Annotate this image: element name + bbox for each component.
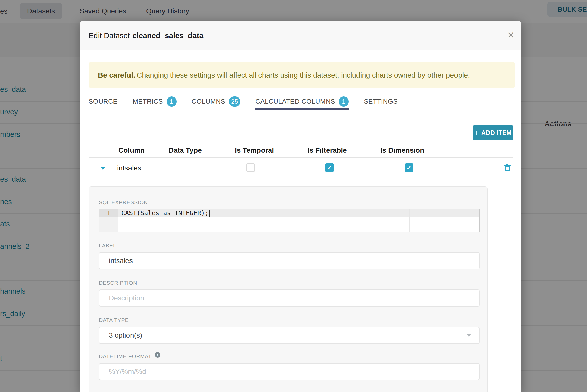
collapse-row-caret-icon[interactable]	[100, 167, 105, 170]
column-header-is-dimension: Is Dimension	[380, 146, 424, 155]
warning-banner-text: Be careful.Changing these settings will …	[98, 62, 470, 88]
column-header-is-filterable: Is Filterable	[308, 146, 347, 155]
column-header-is-temporal: Is Temporal	[235, 146, 274, 155]
tab-calculated-columns[interactable]: CALCULATED COLUMNS1	[255, 93, 349, 110]
modal-title-dataset-name: cleaned_sales_data	[132, 31, 203, 40]
tab-badge: 1	[339, 96, 349, 107]
editor-print-margin	[409, 209, 410, 232]
column-header-column: Column	[118, 146, 145, 155]
sql-expression-editor[interactable]: 1 CAST(Sales as INTEGER);	[99, 209, 480, 232]
check-icon: ✓	[406, 164, 412, 171]
warning-banner: Be careful.Changing these settings will …	[89, 62, 515, 88]
close-icon[interactable]: ✕	[507, 21, 515, 50]
header-divider	[89, 157, 513, 158]
datasets-page: es Datasets Saved Queries Query History …	[0, 0, 587, 392]
plus-icon: +	[474, 129, 479, 137]
editor-line-number: 1	[99, 209, 118, 217]
description-input[interactable]: Description	[99, 289, 480, 307]
warning-banner-bold: Be careful.	[98, 71, 135, 79]
data-type-label: DATA TYPE	[99, 317, 129, 323]
warning-banner-rest: Changing these settings will affect all …	[137, 71, 470, 79]
tab-source[interactable]: SOURCE	[89, 93, 117, 110]
description-label: DESCRIPTION	[99, 280, 137, 286]
label-label: LABEL	[99, 243, 116, 249]
check-icon: ✓	[327, 164, 332, 171]
tab-settings[interactable]: SETTINGS	[364, 93, 398, 110]
datetime-format-label: DATETIME FORMAT	[99, 353, 152, 360]
text-cursor	[209, 210, 210, 217]
data-type-select[interactable]: 3 option(s)	[99, 327, 480, 344]
modal-title-prefix: Edit Dataset	[89, 31, 130, 40]
calculated-column-name: intsales	[117, 164, 141, 172]
datetime-format-input[interactable]: %Y/%m/%d	[99, 363, 480, 380]
tab-metrics[interactable]: METRICS1	[133, 93, 177, 110]
sql-expression-label: SQL EXPRESSION	[99, 199, 148, 205]
add-item-button[interactable]: + ADD ITEM	[473, 125, 513, 140]
is-filterable-checkbox[interactable]: ✓	[325, 163, 334, 172]
row-divider	[89, 177, 513, 177]
label-input[interactable]: intsales	[99, 252, 480, 269]
tab-columns[interactable]: COLUMNS25	[192, 93, 240, 110]
is-dimension-checkbox[interactable]: ✓	[405, 163, 413, 172]
is-temporal-checkbox[interactable]: ✓	[246, 163, 255, 172]
tab-badge: 1	[167, 96, 177, 107]
edit-dataset-modal: Edit Datasetcleaned_sales_data ✕ Be care…	[80, 21, 521, 392]
column-header-data-type: Data Type	[169, 146, 202, 155]
calculated-column-detail-panel: SQL EXPRESSION 1 CAST(Sales as INTEGER);…	[89, 186, 488, 392]
info-icon[interactable]: i	[155, 352, 160, 358]
chevron-down-icon[interactable]	[467, 334, 471, 337]
modal-tab-bar: SOURCE METRICS1 COLUMNS25 CALCULATED COL…	[89, 93, 513, 110]
tab-badge: 25	[229, 96, 240, 107]
sql-code-line: CAST(Sales as INTEGER);	[121, 209, 210, 217]
modal-title: Edit Datasetcleaned_sales_data	[89, 21, 203, 50]
trash-icon[interactable]	[504, 164, 511, 171]
modal-header: Edit Datasetcleaned_sales_data ✕	[80, 21, 521, 50]
